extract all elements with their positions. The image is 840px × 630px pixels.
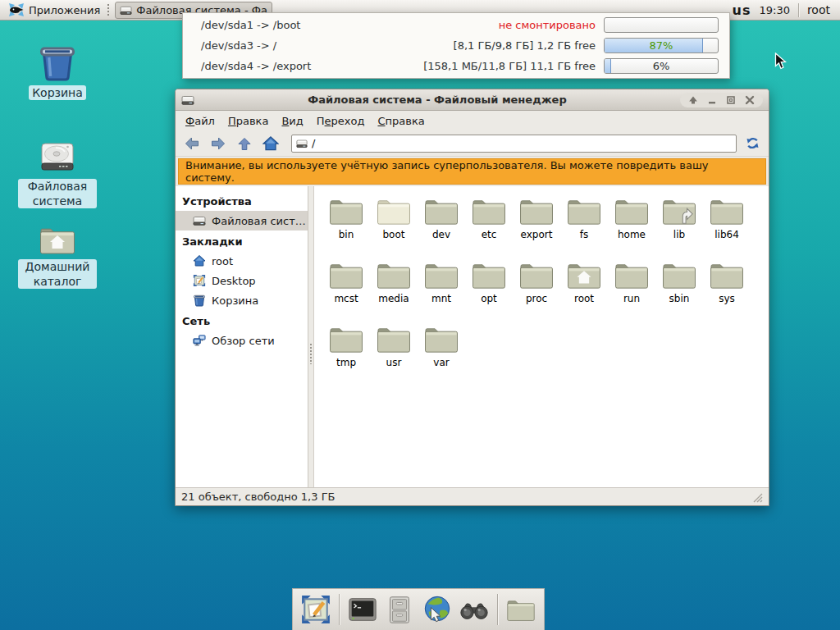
desktop-icon-home[interactable]: Домашний каталог — [13, 223, 102, 289]
menu-справка[interactable]: Справка — [371, 112, 431, 130]
folder-icon — [375, 323, 413, 354]
sidebar-item-label: Файловая сист… — [212, 215, 306, 227]
minimize-button[interactable] — [706, 94, 718, 106]
drive-icon — [193, 214, 206, 227]
applications-menu[interactable]: Приложения — [5, 0, 103, 20]
folder-opt[interactable]: opt — [465, 255, 513, 319]
folder-media[interactable]: media — [370, 255, 418, 319]
folder-name: usr — [386, 357, 402, 368]
folder-bin[interactable]: bin — [322, 191, 370, 255]
home-button[interactable] — [260, 134, 281, 153]
sidebar-section-header: Закладки — [176, 231, 308, 251]
disk-usage-percent: 6% — [605, 59, 718, 73]
window-content: УстройстваФайловая сист…ЗакладкиrootDesk… — [176, 186, 769, 487]
disk-usage-info: не смонтировано — [499, 19, 596, 31]
forward-button[interactable] — [208, 134, 229, 153]
folder-name: mcst — [334, 293, 358, 304]
folder-etc[interactable]: etc — [465, 191, 513, 255]
dock-web-browser-launcher[interactable] — [422, 593, 453, 626]
home-icon — [193, 254, 206, 267]
menu-вид[interactable]: Вид — [275, 112, 309, 130]
close-button[interactable] — [744, 94, 756, 106]
trash-icon — [38, 43, 77, 82]
resize-grip[interactable] — [751, 491, 763, 503]
folder-name: export — [521, 229, 553, 240]
sidebar-item-корзина[interactable]: Корзина — [176, 290, 308, 310]
network-icon — [193, 334, 206, 347]
folder-var[interactable]: var — [418, 319, 465, 383]
panel-separator — [798, 3, 799, 17]
dock-separator — [497, 594, 498, 625]
status-text: 21 объект, свободно 1,3 ГБ — [181, 491, 335, 503]
sidebar-item-обзор-сети[interactable]: Обзор сети — [176, 331, 308, 350]
panel-handle[interactable] — [107, 3, 110, 17]
folder-root[interactable]: root — [560, 255, 608, 319]
up-button[interactable] — [234, 134, 255, 153]
folder-icon — [565, 195, 603, 226]
maximize-button[interactable] — [725, 94, 737, 106]
folder-usr[interactable]: usr — [370, 319, 418, 383]
pane-splitter[interactable] — [308, 186, 314, 487]
folder-tmp[interactable]: tmp — [322, 319, 370, 383]
folder-proc[interactable]: proc — [513, 255, 560, 319]
harddrive-icon — [38, 136, 77, 176]
folder-icon — [505, 596, 536, 623]
folder-icon — [660, 259, 698, 290]
applications-menu-label: Приложения — [29, 4, 100, 16]
disk-usage-percent: 87% — [605, 39, 718, 52]
dock-search-binoculars-launcher[interactable] — [459, 593, 490, 626]
folder-icon — [565, 259, 603, 290]
folder-name: mnt — [431, 293, 451, 304]
folder-lib64[interactable]: lib64 — [703, 191, 751, 255]
folder-sys[interactable]: sys — [703, 255, 751, 319]
sidebar-item-файловая-сист-[interactable]: Файловая сист… — [176, 211, 308, 231]
sidebar: УстройстваФайловая сист…ЗакладкиrootDesk… — [176, 186, 308, 487]
desktop-icon-filesystem[interactable]: Файловая система — [13, 136, 102, 208]
menubar: ФайлПравкаВидПереходСправка — [176, 111, 769, 130]
clock[interactable]: 19:30 — [759, 4, 789, 16]
location-bar[interactable]: / — [291, 135, 737, 153]
folder-sbin[interactable]: sbin — [655, 255, 703, 319]
drive-icon — [120, 4, 132, 16]
folder-dev[interactable]: dev — [418, 191, 465, 255]
folder-home[interactable]: home — [608, 191, 655, 255]
folder-boot[interactable]: boot — [370, 191, 418, 255]
folder-lib[interactable]: lib — [655, 191, 703, 255]
dock-desktop-edit-launcher[interactable] — [300, 593, 331, 626]
folder-name: fs — [580, 229, 588, 240]
menu-файл[interactable]: Файл — [179, 112, 221, 130]
dock-file-cabinet-launcher[interactable] — [384, 593, 415, 626]
sidebar-item-desktop[interactable]: Desktop — [176, 271, 308, 290]
reload-button[interactable] — [742, 134, 763, 153]
folder-icon — [518, 259, 555, 290]
drive-icon — [181, 94, 194, 107]
folder-icon — [327, 323, 365, 354]
folder-mnt[interactable]: mnt — [418, 255, 465, 319]
folder-name: run — [623, 293, 640, 304]
folder-name: lib — [673, 229, 685, 240]
device-mapping-label: /dev/sda1 -> /boot — [201, 19, 499, 31]
shade-button[interactable] — [687, 94, 699, 106]
folder-mcst[interactable]: mcst — [322, 255, 370, 319]
folder-name: bin — [339, 229, 354, 240]
folder-name: lib64 — [714, 229, 739, 240]
dock-terminal-launcher[interactable] — [347, 593, 378, 626]
user-indicator: root — [807, 3, 830, 16]
folder-fs[interactable]: fs — [560, 191, 608, 255]
location-text: / — [312, 137, 315, 149]
sidebar-item-root[interactable]: root — [176, 251, 308, 271]
folder-export[interactable]: export — [513, 191, 560, 255]
titlebar[interactable]: Файловая система - Файловый менеджер — [176, 89, 769, 111]
folder-name: boot — [382, 229, 404, 240]
back-button[interactable] — [181, 134, 203, 153]
menu-переход[interactable]: Переход — [310, 112, 372, 130]
folder-run[interactable]: run — [608, 255, 655, 319]
keyboard-layout-indicator[interactable]: us — [733, 2, 751, 18]
disk-usage-percent — [605, 18, 718, 32]
desktop-icon-trash[interactable]: Корзина — [13, 43, 102, 100]
menu-правка[interactable]: Правка — [221, 112, 275, 130]
sidebar-item-label: Desktop — [212, 275, 256, 287]
desktop-icon-label: Домашний каталог — [18, 259, 97, 289]
dock-folder-launcher[interactable] — [505, 593, 536, 626]
disk-row: /dev/sda4 -> /export[158,1 МБ/11,8 ГБ] 1… — [183, 56, 729, 76]
